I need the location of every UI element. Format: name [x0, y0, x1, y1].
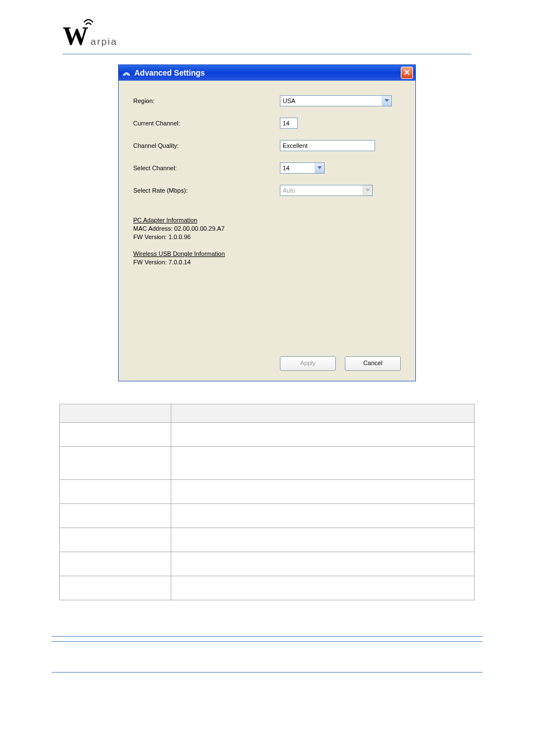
- table-row: [60, 447, 475, 480]
- current-channel-label: Current Channel:: [133, 120, 280, 127]
- table-row: [60, 423, 475, 447]
- pc-adapter-mac: MAC Address: 02.00.00.00.29.A7: [133, 225, 401, 233]
- table-row: [60, 504, 475, 528]
- table-header-row: [60, 404, 475, 423]
- region-select[interactable]: USA: [280, 95, 392, 106]
- app-icon: [122, 68, 131, 77]
- footer-divider: [51, 672, 483, 673]
- select-channel-select[interactable]: 14: [280, 162, 325, 174]
- advanced-settings-dialog: Advanced Settings Region: USA Current Ch…: [118, 64, 416, 381]
- select-channel-value: 14: [280, 163, 315, 173]
- header-divider: [63, 54, 471, 54]
- dongle-heading: Wireless USB Dongle Information: [133, 250, 401, 258]
- brand-logo: W arpia: [0, 11, 534, 53]
- adapter-info: PC Adapter Information MAC Address: 02.0…: [133, 216, 401, 267]
- pc-adapter-heading: PC Adapter Information: [133, 216, 401, 225]
- dialog-titlebar: Advanced Settings: [119, 65, 415, 81]
- description-table: [59, 404, 475, 600]
- table-row: [60, 552, 475, 576]
- dialog-body: Region: USA Current Channel: 14 Channel …: [119, 81, 415, 381]
- table-row: [60, 480, 475, 504]
- table-row: [60, 528, 475, 552]
- pc-adapter-fw: FW Version: 1.0.0.96: [133, 233, 401, 241]
- footer-divider: [51, 636, 483, 637]
- select-channel-label: Select Channel:: [133, 165, 280, 171]
- region-value: USA: [280, 96, 382, 106]
- cancel-button[interactable]: Cancel: [345, 356, 401, 371]
- select-rate-label: Select Rate (Mbps):: [133, 187, 280, 194]
- dialog-title: Advanced Settings: [134, 68, 205, 77]
- select-rate-value: Auto: [280, 185, 363, 195]
- svg-text:W: W: [63, 22, 88, 48]
- chevron-down-icon: [382, 96, 391, 106]
- region-label: Region:: [133, 97, 280, 104]
- apply-button: Apply: [280, 356, 336, 371]
- svg-text:arpia: arpia: [91, 36, 118, 47]
- footer-divider: [51, 641, 483, 642]
- channel-quality-field: Excellent: [280, 140, 375, 151]
- channel-quality-label: Channel Quality:: [133, 142, 280, 149]
- current-channel-field: 14: [280, 118, 298, 129]
- chevron-down-icon: [315, 163, 324, 173]
- close-button[interactable]: [401, 67, 413, 79]
- table-row: [60, 576, 475, 600]
- chevron-down-icon: [363, 185, 372, 195]
- select-rate-select: Auto: [280, 185, 373, 196]
- dongle-fw: FW Version: 7.0.0.14: [133, 258, 401, 267]
